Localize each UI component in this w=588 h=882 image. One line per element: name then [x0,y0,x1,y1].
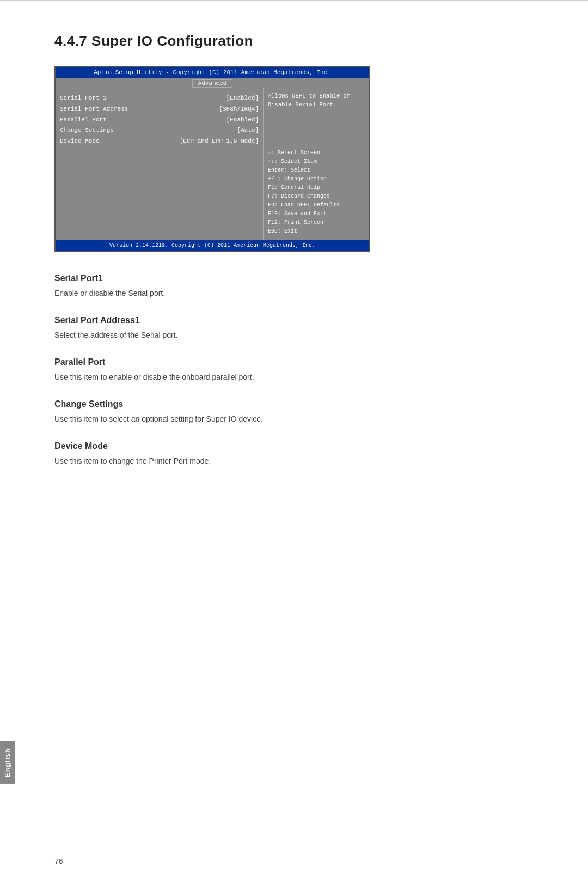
bios-tab-advanced: Advanced [192,79,233,88]
bios-menu-item-4: Device Mode[ECP and EPP 1.9 Mode] [60,136,259,147]
section-heading-4: Device Mode [54,441,544,451]
page-title: 4.4.7 Super IO Configuration [54,33,544,50]
section-desc-4: Use this item to change the Printer Port… [54,455,544,467]
key-legend-item-4: F1: General Help [268,184,365,192]
section-desc-0: Enable or disable the Serial port. [54,288,544,299]
key-legend-item-7: F10: Save and Exit [268,210,365,218]
key-legend-item-8: F12: Print Screen [268,218,365,227]
section-desc-2: Use this item to enable or disable the o… [54,372,544,383]
section-heading-2: Parallel Port [54,357,544,367]
bios-header: Aptio Setup Utility - Copyright (C) 2011… [56,67,369,78]
key-legend-item-0: ↔: Select Screen [268,149,365,157]
bios-tab-row: Advanced [56,78,369,88]
bios-menu-value-1: [3F8h/IRQ4] [219,104,259,115]
bios-menu-item-3: Change Settings[Auto] [60,125,259,136]
key-legend-item-2: Enter: Select [268,166,365,175]
section-desc-1: Select the address of the Serial port. [54,330,544,341]
key-legend-item-5: F7: Discard Changes [268,192,365,201]
bios-menu-value-4: [ECP and EPP 1.9 Mode] [180,136,259,147]
bios-key-legend: ↔: Select Screen↑↓: Select ItemEnter: Se… [268,145,365,236]
bios-menu-label-0: Serial Port 1 [60,93,107,104]
bios-menu-label-3: Change Settings [60,125,114,136]
bios-menu-item-1: Serial Port Address[3F8h/IRQ4] [60,104,259,115]
section-heading-0: Serial Port1 [54,273,544,283]
key-legend-item-3: +/-: Change Option [268,175,365,184]
key-legend-item-6: F9: Load UEFI Defaults [268,201,365,210]
bios-menu-label-1: Serial Port Address [60,104,128,115]
bios-menu-label-4: Device Mode [60,136,100,147]
bios-help-text: Allows UEFI to Enable or Disable Serial … [268,92,365,110]
side-tab: English [0,741,15,784]
bios-body: Serial Port 1[Enabled] Serial Port Addre… [56,88,369,240]
sections-container: Serial Port1Enable or disable the Serial… [54,273,544,467]
bios-footer: Version 2.14.1219. Copyright (C) 2011 Am… [56,240,369,251]
bios-menu-item-2: Parallel Port[Enabled] [60,115,259,126]
bios-menu-label-2: Parallel Port [60,115,107,126]
key-legend-item-1: ↑↓: Select Item [268,157,365,166]
top-border [0,0,588,1]
bios-menu-item-0: Serial Port 1[Enabled] [60,93,259,104]
section-heading-3: Change Settings [54,399,544,409]
page-number: 76 [54,857,63,866]
bios-menu-value-2: [Enabled] [226,115,259,126]
bios-menu-value-3: [Auto] [237,125,259,136]
key-legend-item-9: ESC: Exit [268,227,365,236]
bios-right-panel: Allows UEFI to Enable or Disable Serial … [263,88,369,240]
section-heading-1: Serial Port Address1 [54,315,544,325]
section-desc-3: Use this item to select an optional sett… [54,413,544,425]
bios-menu-value-0: [Enabled] [226,93,259,104]
main-content: 4.4.7 Super IO Configuration Aptio Setup… [0,0,588,502]
bios-left-panel: Serial Port 1[Enabled] Serial Port Addre… [56,88,263,240]
bios-screenshot: Aptio Setup Utility - Copyright (C) 2011… [54,66,370,252]
